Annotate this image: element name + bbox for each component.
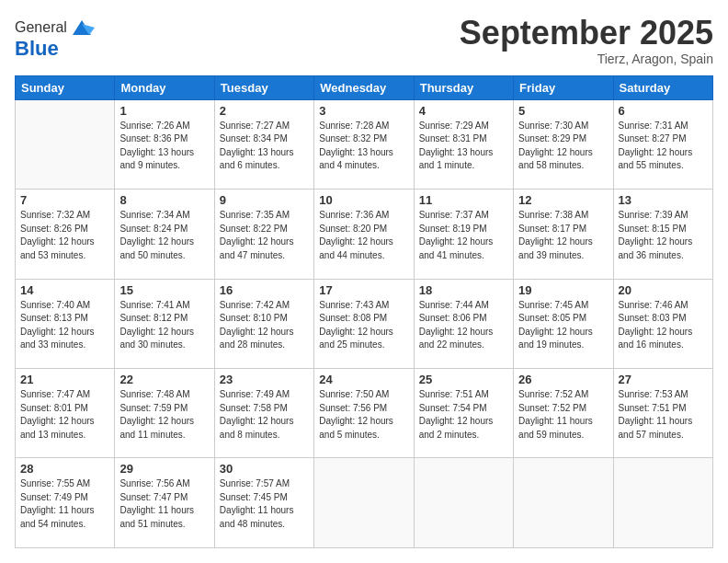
day-header-sunday: Sunday	[16, 75, 115, 99]
title-block: September 2025 Tierz, Aragon, Spain	[460, 15, 713, 66]
day-info: Sunrise: 7:27 AMSunset: 8:34 PMDaylight:…	[220, 120, 309, 173]
calendar-cell: 15Sunrise: 7:41 AMSunset: 8:12 PMDayligh…	[115, 279, 214, 368]
calendar-week-0: 1Sunrise: 7:26 AMSunset: 8:36 PMDaylight…	[16, 99, 713, 189]
calendar-table: SundayMondayTuesdayWednesdayThursdayFrid…	[15, 75, 713, 548]
day-number: 24	[319, 373, 408, 386]
day-header-thursday: Thursday	[414, 75, 513, 99]
day-info: Sunrise: 7:39 AMSunset: 8:15 PMDaylight:…	[619, 209, 708, 262]
calendar-cell: 28Sunrise: 7:55 AMSunset: 7:49 PMDayligh…	[16, 458, 115, 548]
calendar-cell: 22Sunrise: 7:48 AMSunset: 7:59 PMDayligh…	[115, 369, 214, 458]
day-number: 3	[319, 104, 408, 118]
day-number: 26	[518, 373, 608, 386]
calendar-cell: 30Sunrise: 7:57 AMSunset: 7:45 PMDayligh…	[214, 458, 313, 548]
day-number: 22	[119, 373, 209, 386]
day-info: Sunrise: 7:55 AMSunset: 7:49 PMDaylight:…	[20, 477, 109, 531]
day-number: 30	[220, 462, 309, 476]
day-number: 27	[619, 373, 708, 386]
calendar-cell: 2Sunrise: 7:27 AMSunset: 8:34 PMDaylight…	[214, 99, 313, 189]
day-number: 23	[220, 373, 309, 386]
page: General Blue September 2025 Tierz, Arago…	[0, 0, 728, 563]
logo-general-text: General	[15, 19, 67, 36]
day-header-tuesday: Tuesday	[214, 75, 313, 99]
day-info: Sunrise: 7:53 AMSunset: 7:51 PMDaylight:…	[619, 388, 708, 442]
calendar-cell: 27Sunrise: 7:53 AMSunset: 7:51 PMDayligh…	[613, 369, 712, 458]
calendar-cell	[414, 458, 513, 548]
day-number: 17	[319, 283, 408, 297]
day-number: 11	[419, 193, 508, 207]
calendar-cell: 25Sunrise: 7:51 AMSunset: 7:54 PMDayligh…	[414, 369, 513, 458]
day-number: 10	[319, 193, 408, 207]
calendar-cell: 24Sunrise: 7:50 AMSunset: 7:56 PMDayligh…	[314, 369, 414, 458]
day-number: 5	[518, 104, 608, 118]
day-info: Sunrise: 7:51 AMSunset: 7:54 PMDaylight:…	[419, 388, 508, 442]
calendar-cell: 18Sunrise: 7:44 AMSunset: 8:06 PMDayligh…	[414, 279, 513, 368]
calendar-header-row: SundayMondayTuesdayWednesdayThursdayFrid…	[16, 75, 713, 99]
calendar-cell: 12Sunrise: 7:38 AMSunset: 8:17 PMDayligh…	[514, 190, 613, 279]
calendar-cell: 17Sunrise: 7:43 AMSunset: 8:08 PMDayligh…	[314, 279, 414, 368]
day-number: 13	[619, 193, 708, 207]
day-info: Sunrise: 7:30 AMSunset: 8:29 PMDaylight:…	[518, 120, 608, 173]
day-info: Sunrise: 7:42 AMSunset: 8:10 PMDaylight:…	[220, 299, 309, 352]
calendar-cell: 16Sunrise: 7:42 AMSunset: 8:10 PMDayligh…	[214, 279, 313, 368]
calendar-cell: 21Sunrise: 7:47 AMSunset: 8:01 PMDayligh…	[16, 369, 115, 458]
day-info: Sunrise: 7:43 AMSunset: 8:08 PMDaylight:…	[319, 299, 408, 352]
day-info: Sunrise: 7:37 AMSunset: 8:19 PMDaylight:…	[419, 209, 508, 262]
calendar-cell: 6Sunrise: 7:31 AMSunset: 8:27 PMDaylight…	[613, 99, 712, 189]
calendar-cell: 11Sunrise: 7:37 AMSunset: 8:19 PMDayligh…	[414, 190, 513, 279]
day-header-friday: Friday	[514, 75, 613, 99]
day-header-monday: Monday	[115, 75, 214, 99]
day-info: Sunrise: 7:50 AMSunset: 7:56 PMDaylight:…	[319, 388, 408, 442]
day-number: 6	[619, 104, 708, 118]
day-number: 12	[518, 193, 608, 207]
day-header-saturday: Saturday	[613, 75, 712, 99]
day-number: 19	[518, 283, 608, 297]
calendar-week-1: 7Sunrise: 7:32 AMSunset: 8:26 PMDaylight…	[16, 190, 713, 279]
calendar-cell: 20Sunrise: 7:46 AMSunset: 8:03 PMDayligh…	[613, 279, 712, 368]
day-info: Sunrise: 7:26 AMSunset: 8:36 PMDaylight:…	[119, 120, 209, 173]
calendar-cell	[613, 458, 712, 548]
calendar-cell: 13Sunrise: 7:39 AMSunset: 8:15 PMDayligh…	[613, 190, 712, 279]
day-info: Sunrise: 7:49 AMSunset: 7:58 PMDaylight:…	[220, 388, 309, 442]
month-title: September 2025	[460, 15, 713, 52]
day-number: 2	[220, 104, 309, 118]
day-info: Sunrise: 7:29 AMSunset: 8:31 PMDaylight:…	[419, 120, 508, 173]
logo: General Blue	[15, 15, 95, 61]
calendar-cell: 29Sunrise: 7:56 AMSunset: 7:47 PMDayligh…	[115, 458, 214, 548]
day-number: 14	[20, 283, 109, 297]
calendar-cell	[16, 99, 115, 189]
day-number: 16	[220, 283, 309, 297]
day-info: Sunrise: 7:47 AMSunset: 8:01 PMDaylight:…	[20, 388, 109, 442]
day-info: Sunrise: 7:56 AMSunset: 7:47 PMDaylight:…	[119, 477, 209, 531]
day-info: Sunrise: 7:48 AMSunset: 7:59 PMDaylight:…	[119, 388, 209, 442]
day-info: Sunrise: 7:44 AMSunset: 8:06 PMDaylight:…	[419, 299, 508, 352]
day-number: 18	[419, 283, 508, 297]
calendar-cell: 5Sunrise: 7:30 AMSunset: 8:29 PMDaylight…	[514, 99, 613, 189]
calendar-cell: 10Sunrise: 7:36 AMSunset: 8:20 PMDayligh…	[314, 190, 414, 279]
day-number: 7	[20, 193, 109, 207]
day-info: Sunrise: 7:31 AMSunset: 8:27 PMDaylight:…	[619, 120, 708, 173]
day-info: Sunrise: 7:38 AMSunset: 8:17 PMDaylight:…	[518, 209, 608, 262]
day-info: Sunrise: 7:28 AMSunset: 8:32 PMDaylight:…	[319, 120, 408, 173]
location-subtitle: Tierz, Aragon, Spain	[460, 52, 713, 66]
day-info: Sunrise: 7:35 AMSunset: 8:22 PMDaylight:…	[220, 209, 309, 262]
day-number: 4	[419, 104, 508, 118]
calendar-cell: 26Sunrise: 7:52 AMSunset: 7:52 PMDayligh…	[514, 369, 613, 458]
day-number: 21	[20, 373, 109, 386]
day-number: 15	[119, 283, 209, 297]
calendar-cell: 7Sunrise: 7:32 AMSunset: 8:26 PMDaylight…	[16, 190, 115, 279]
calendar-week-4: 28Sunrise: 7:55 AMSunset: 7:49 PMDayligh…	[16, 458, 713, 548]
calendar-cell: 14Sunrise: 7:40 AMSunset: 8:13 PMDayligh…	[16, 279, 115, 368]
logo-icon	[69, 15, 95, 40]
calendar-week-3: 21Sunrise: 7:47 AMSunset: 8:01 PMDayligh…	[16, 369, 713, 458]
day-number: 28	[20, 462, 109, 476]
day-header-wednesday: Wednesday	[314, 75, 414, 99]
day-info: Sunrise: 7:36 AMSunset: 8:20 PMDaylight:…	[319, 209, 408, 262]
calendar-cell: 1Sunrise: 7:26 AMSunset: 8:36 PMDaylight…	[115, 99, 214, 189]
calendar-cell: 23Sunrise: 7:49 AMSunset: 7:58 PMDayligh…	[214, 369, 313, 458]
day-number: 25	[419, 373, 508, 386]
day-info: Sunrise: 7:45 AMSunset: 8:05 PMDaylight:…	[518, 299, 608, 352]
day-number: 1	[119, 104, 209, 118]
day-info: Sunrise: 7:40 AMSunset: 8:13 PMDaylight:…	[20, 299, 109, 352]
day-info: Sunrise: 7:57 AMSunset: 7:45 PMDaylight:…	[220, 477, 309, 531]
day-info: Sunrise: 7:46 AMSunset: 8:03 PMDaylight:…	[619, 299, 708, 352]
